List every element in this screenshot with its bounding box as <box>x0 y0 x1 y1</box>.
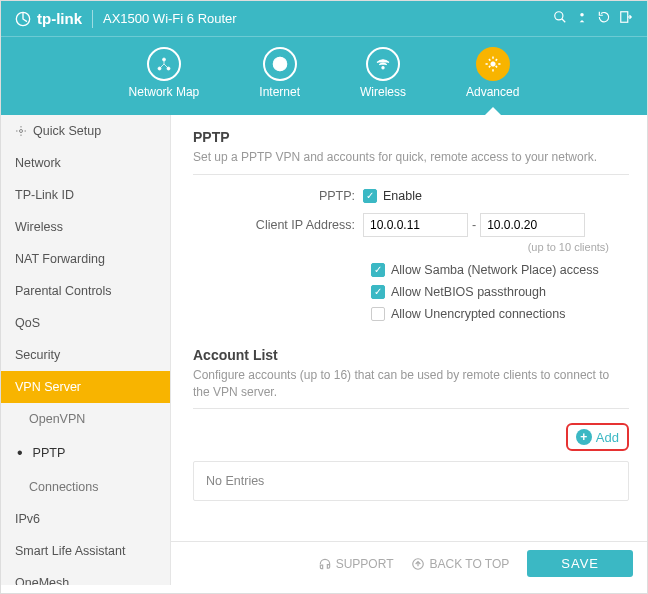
network-map-icon <box>147 47 181 81</box>
logo-icon <box>15 11 31 27</box>
nav-label: Internet <box>259 85 300 99</box>
reboot-icon[interactable] <box>597 10 611 27</box>
svg-point-11 <box>382 67 384 69</box>
sidebar-parental[interactable]: Parental Controls <box>1 275 170 307</box>
sidebar: Quick Setup Network TP-Link ID Wireless … <box>1 115 171 585</box>
ip-end-input[interactable] <box>480 213 585 237</box>
sidebar-qos[interactable]: QoS <box>1 307 170 339</box>
arrow-up-icon <box>411 557 425 571</box>
nav-label: Wireless <box>360 85 406 99</box>
sidebar-network[interactable]: Network <box>1 147 170 179</box>
ip-hint: (up to 10 clients) <box>371 241 629 253</box>
search-icon[interactable] <box>553 10 567 27</box>
sidebar-quick-setup[interactable]: Quick Setup <box>1 115 170 147</box>
brand-text: tp-link <box>37 10 82 27</box>
sidebar-openvpn[interactable]: OpenVPN <box>1 403 170 435</box>
sidebar-pptp[interactable]: PPTP <box>1 435 170 471</box>
accounts-desc: Configure accounts (up to 16) that can b… <box>193 367 629 410</box>
advanced-icon <box>476 47 510 81</box>
footer-bar: SUPPORT BACK TO TOP SAVE <box>171 541 647 585</box>
nav-network-map[interactable]: Network Map <box>129 47 200 99</box>
led-icon[interactable] <box>575 10 589 27</box>
divider <box>92 10 93 28</box>
product-name: AX1500 Wi-Fi 6 Router <box>103 11 237 26</box>
sidebar-tplink-id[interactable]: TP-Link ID <box>1 179 170 211</box>
support-link[interactable]: SUPPORT <box>318 557 394 571</box>
sidebar-connections[interactable]: Connections <box>1 471 170 503</box>
samba-checkbox[interactable] <box>371 263 385 277</box>
nav-internet[interactable]: Internet <box>259 47 300 99</box>
content-panel: PPTP Set up a PPTP VPN and accounts for … <box>171 115 647 585</box>
gear-icon <box>15 125 27 137</box>
sidebar-ipv6[interactable]: IPv6 <box>1 503 170 535</box>
nav-wireless[interactable]: Wireless <box>360 47 406 99</box>
unencrypted-label: Allow Unencrypted connections <box>391 307 565 321</box>
dash: - <box>472 218 476 232</box>
brand-logo: tp-link <box>15 10 82 27</box>
sidebar-security[interactable]: Security <box>1 339 170 371</box>
wireless-icon <box>366 47 400 81</box>
headset-icon <box>318 557 332 571</box>
nav-label: Advanced <box>466 85 519 99</box>
sidebar-wireless[interactable]: Wireless <box>1 211 170 243</box>
svg-rect-4 <box>621 12 628 23</box>
svg-line-2 <box>562 19 566 23</box>
pptp-enable-checkbox[interactable] <box>363 189 377 203</box>
save-button[interactable]: SAVE <box>527 550 633 577</box>
nav-advanced[interactable]: Advanced <box>466 47 519 99</box>
svg-point-13 <box>20 130 23 133</box>
sidebar-onemesh[interactable]: OneMesh <box>1 567 170 585</box>
client-ip-label: Client IP Address: <box>193 218 363 232</box>
sidebar-nat[interactable]: NAT Forwarding <box>1 243 170 275</box>
logout-icon[interactable] <box>619 10 633 27</box>
back-to-top-link[interactable]: BACK TO TOP <box>411 557 509 571</box>
unencrypted-checkbox[interactable] <box>371 307 385 321</box>
netbios-label: Allow NetBIOS passthrough <box>391 285 546 299</box>
ip-start-input[interactable] <box>363 213 468 237</box>
pptp-title: PPTP <box>193 129 629 145</box>
sidebar-smart-life[interactable]: Smart Life Assistant <box>1 535 170 567</box>
svg-point-3 <box>580 13 584 16</box>
svg-point-1 <box>555 12 563 20</box>
pptp-label: PPTP: <box>193 189 363 203</box>
sidebar-vpn-server[interactable]: VPN Server <box>1 371 170 403</box>
internet-icon <box>263 47 297 81</box>
accounts-title: Account List <box>193 347 629 363</box>
accounts-empty: No Entries <box>193 461 629 501</box>
pptp-enable-text: Enable <box>383 189 422 203</box>
add-account-button[interactable]: + Add <box>566 423 629 451</box>
samba-label: Allow Samba (Network Place) access <box>391 263 599 277</box>
plus-icon: + <box>576 429 592 445</box>
pptp-desc: Set up a PPTP VPN and accounts for quick… <box>193 149 629 175</box>
svg-point-12 <box>490 62 495 67</box>
nav-label: Network Map <box>129 85 200 99</box>
svg-point-5 <box>162 58 165 61</box>
add-label: Add <box>596 430 619 445</box>
netbios-checkbox[interactable] <box>371 285 385 299</box>
